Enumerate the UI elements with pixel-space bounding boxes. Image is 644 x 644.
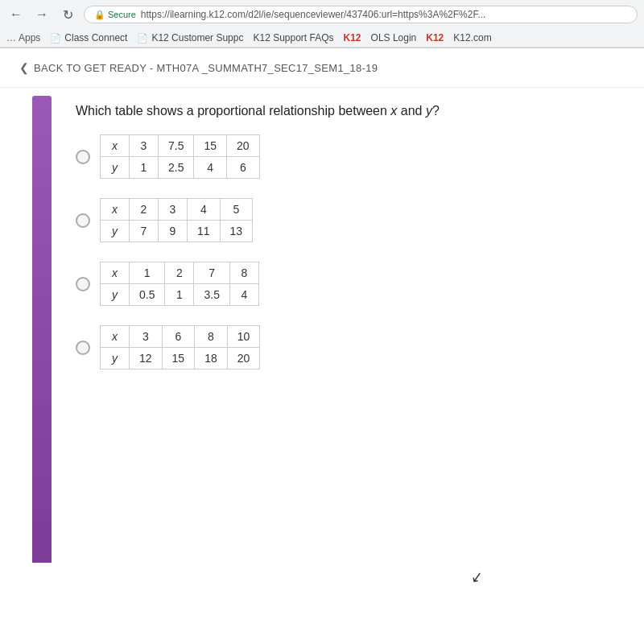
question-text: Which table shows a proportional relatio… bbox=[76, 104, 620, 118]
option-4-table: x 3 6 8 10 y 12 15 18 20 bbox=[100, 325, 260, 369]
page-icon: 📄 bbox=[137, 33, 148, 43]
x-label: x bbox=[101, 326, 130, 348]
cell: 9 bbox=[159, 221, 188, 242]
option-1-table: x 3 7.5 15 20 y 1 2.5 4 6 bbox=[100, 134, 260, 179]
cell: 4 bbox=[229, 284, 258, 306]
cell: 1 bbox=[130, 157, 159, 179]
cell: 1 bbox=[130, 262, 165, 284]
option-2-table: x 2 3 4 5 y 7 9 11 13 bbox=[100, 198, 253, 242]
cell: 7 bbox=[194, 262, 229, 284]
table-row: x 3 6 8 10 bbox=[101, 326, 260, 348]
option-4-radio[interactable] bbox=[76, 341, 90, 355]
apps-label: Apps bbox=[19, 32, 40, 43]
bookmark-k12-faqs[interactable]: K12 Support FAQs bbox=[253, 32, 333, 43]
back-button[interactable]: ← bbox=[6, 5, 26, 24]
side-progress-indicator bbox=[32, 96, 52, 563]
forward-button[interactable]: → bbox=[32, 5, 52, 24]
cell: 0.5 bbox=[130, 284, 165, 306]
cell: 6 bbox=[162, 326, 195, 348]
cell: 18 bbox=[195, 348, 228, 369]
bookmark-label: Class Connect bbox=[64, 32, 127, 43]
option-2-row: x 2 3 4 5 y 7 9 11 13 bbox=[76, 198, 620, 242]
content-area: Which table shows a proportional relatio… bbox=[52, 88, 644, 634]
option-3-row: x 1 2 7 8 y 0.5 1 3.5 4 bbox=[76, 262, 620, 306]
bookmark-label: OLS Login bbox=[371, 32, 417, 43]
cell: 7.5 bbox=[159, 135, 194, 157]
cell: 2 bbox=[165, 262, 194, 284]
back-nav-text: BACK TO GET READY - MTH07A _SUMMATH7_SEC… bbox=[34, 62, 378, 74]
table-row: y 0.5 1 3.5 4 bbox=[101, 284, 259, 306]
bookmark-label: K12.com bbox=[453, 32, 491, 43]
table-row: y 7 9 11 13 bbox=[101, 221, 253, 242]
table-row: y 1 2.5 4 6 bbox=[101, 157, 260, 179]
x-label: x bbox=[101, 262, 130, 284]
cell: 13 bbox=[220, 221, 253, 242]
table-row: x 1 2 7 8 bbox=[101, 262, 259, 284]
address-bar[interactable]: 🔒 Secure https://ilearning.k12.com/d2l/i… bbox=[84, 6, 638, 23]
back-nav[interactable]: ❮ BACK TO GET READY - MTH07A _SUMMATH7_S… bbox=[0, 48, 644, 88]
cell: 15 bbox=[162, 348, 195, 369]
table-row: x 3 7.5 15 20 bbox=[101, 135, 260, 157]
k12-badge-2: K12 bbox=[426, 32, 444, 43]
cell: 15 bbox=[194, 135, 227, 157]
options-list: x 3 7.5 15 20 y 1 2.5 4 6 bbox=[76, 134, 620, 369]
cell: 4 bbox=[194, 157, 227, 179]
y-label: y bbox=[101, 284, 130, 306]
cell: 3 bbox=[159, 199, 188, 221]
grid-icon: … bbox=[6, 32, 16, 43]
option-3-radio[interactable] bbox=[76, 277, 90, 291]
cell: 7 bbox=[130, 221, 159, 242]
address-text: https://ilearning.k12.com/d2l/ie/sequenc… bbox=[141, 9, 486, 20]
option-3-table: x 1 2 7 8 y 0.5 1 3.5 4 bbox=[100, 262, 259, 306]
secure-label: Secure bbox=[108, 10, 136, 19]
apps-icon-button[interactable]: … Apps bbox=[6, 32, 40, 43]
cell: 20 bbox=[227, 348, 260, 369]
bookmark-label: K12 Customer Suppc bbox=[151, 32, 243, 43]
cell: 3 bbox=[130, 135, 159, 157]
cell: 12 bbox=[130, 348, 163, 369]
x-label: x bbox=[101, 135, 130, 157]
x-label: x bbox=[101, 199, 130, 221]
option-1-row: x 3 7.5 15 20 y 1 2.5 4 6 bbox=[76, 134, 620, 179]
cell: 8 bbox=[195, 326, 228, 348]
cell: 8 bbox=[229, 262, 258, 284]
table-row: y 12 15 18 20 bbox=[101, 348, 260, 369]
bookmark-k12-com[interactable]: K12.com bbox=[453, 32, 491, 43]
cell: 20 bbox=[227, 135, 260, 157]
bookmark-label: K12 Support FAQs bbox=[253, 32, 333, 43]
cell: 6 bbox=[227, 157, 260, 179]
k12-badge-1: K12 bbox=[344, 32, 361, 43]
back-chevron-icon: ❮ bbox=[19, 61, 29, 74]
main-area: Which table shows a proportional relatio… bbox=[0, 88, 644, 634]
cell: 10 bbox=[227, 326, 260, 348]
reload-button[interactable]: ↻ bbox=[58, 5, 77, 24]
cell: 5 bbox=[220, 199, 253, 221]
y-label: y bbox=[101, 221, 130, 242]
bookmark-k12-support[interactable]: 📄 K12 Customer Suppc bbox=[137, 32, 243, 43]
bookmark-ols-login[interactable]: OLS Login bbox=[371, 32, 417, 43]
cell: 11 bbox=[188, 221, 221, 242]
bookmarks-bar: … Apps 📄 Class Connect 📄 K12 Customer Su… bbox=[0, 29, 644, 47]
nav-bar: ← → ↻ 🔒 Secure https://ilearning.k12.com… bbox=[0, 0, 644, 29]
cell: 2 bbox=[130, 199, 159, 221]
bookmark-class-connect[interactable]: 📄 Class Connect bbox=[50, 32, 127, 43]
browser-chrome: ← → ↻ 🔒 Secure https://ilearning.k12.com… bbox=[0, 0, 644, 48]
cell: 4 bbox=[188, 199, 221, 221]
cell: 3 bbox=[130, 326, 163, 348]
option-4-row: x 3 6 8 10 y 12 15 18 20 bbox=[76, 325, 620, 369]
option-2-radio[interactable] bbox=[76, 213, 90, 228]
table-row: x 2 3 4 5 bbox=[101, 199, 253, 221]
page-icon: 📄 bbox=[50, 33, 61, 43]
y-label: y bbox=[101, 157, 130, 179]
cell: 2.5 bbox=[159, 157, 194, 179]
y-label: y bbox=[101, 348, 130, 369]
cell: 3.5 bbox=[194, 284, 229, 306]
cell: 1 bbox=[165, 284, 194, 306]
secure-badge: 🔒 Secure bbox=[94, 10, 136, 20]
option-1-radio[interactable] bbox=[76, 150, 90, 164]
page-content: ❮ BACK TO GET READY - MTH07A _SUMMATH7_S… bbox=[0, 48, 644, 634]
